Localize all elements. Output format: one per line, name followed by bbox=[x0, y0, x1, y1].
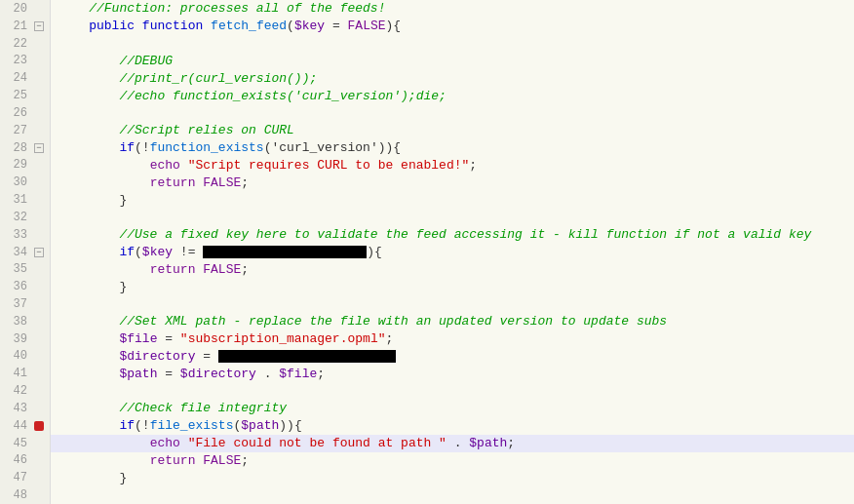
code-line: if($key != ){ bbox=[51, 244, 854, 261]
code-line bbox=[51, 35, 854, 53]
token-plain: )){ bbox=[279, 418, 301, 433]
gutter-row: 22 bbox=[0, 35, 50, 53]
gutter-row: 26 bbox=[0, 104, 50, 122]
token-plain: ; bbox=[241, 262, 249, 277]
token-cm: //echo function_exists('curl_version');d… bbox=[58, 89, 446, 103]
token-plain: ( bbox=[287, 19, 294, 33]
code-line bbox=[51, 104, 854, 122]
token-plain: = bbox=[325, 19, 347, 33]
code-line: echo "Script requires CURL to be enabled… bbox=[51, 156, 854, 174]
token-kw2: return bbox=[150, 175, 196, 190]
line-number: 39 bbox=[0, 332, 31, 346]
line-number: 42 bbox=[0, 384, 31, 398]
token-plain bbox=[58, 262, 150, 277]
token-var: $file bbox=[119, 331, 157, 346]
token-plain bbox=[58, 19, 89, 33]
token-cm: //Set XML path - replace the file with a… bbox=[58, 314, 667, 329]
code-line: echo "File could not be found at path " … bbox=[51, 435, 854, 452]
gutter-row: 23 bbox=[0, 52, 50, 69]
code-line: if(!function_exists('curl_version')){ bbox=[51, 139, 854, 157]
token-var: $key bbox=[294, 19, 325, 33]
line-number: 24 bbox=[0, 71, 31, 85]
token-plain: . bbox=[256, 367, 279, 381]
gutter-row: 28 bbox=[0, 139, 50, 157]
fold-box-minus[interactable] bbox=[34, 248, 44, 257]
token-plain bbox=[203, 19, 211, 33]
fold-gutter[interactable] bbox=[31, 143, 47, 153]
fold-gutter[interactable] bbox=[31, 248, 47, 257]
token-kw: if bbox=[119, 140, 135, 155]
fold-box-minus[interactable] bbox=[34, 143, 44, 153]
gutter-row: 47 bbox=[0, 469, 50, 486]
token-plain: = bbox=[157, 331, 179, 346]
token-kw2: FALSE bbox=[203, 453, 241, 468]
token-cm: //DEBUG bbox=[58, 54, 173, 68]
gutter-row: 43 bbox=[0, 400, 50, 417]
code-line: return FALSE; bbox=[51, 260, 854, 278]
code-line: //Script relies on CURL bbox=[51, 122, 854, 139]
line-number: 44 bbox=[0, 419, 31, 433]
token-plain: != bbox=[173, 245, 203, 259]
line-number: 40 bbox=[0, 349, 31, 363]
token-str: "File could not be found at path " bbox=[188, 436, 446, 450]
token-plain: ; bbox=[241, 453, 249, 468]
line-number: 46 bbox=[0, 453, 31, 467]
gutter-row: 41 bbox=[0, 365, 50, 382]
token-var: $directory bbox=[119, 349, 195, 364]
fold-gutter[interactable] bbox=[31, 421, 47, 431]
code-line: if(!file_exists($path)){ bbox=[51, 417, 854, 435]
token-kw2: FALSE bbox=[348, 19, 386, 33]
token-plain: ){ bbox=[367, 245, 382, 259]
token-cm: //Script relies on CURL bbox=[58, 123, 294, 137]
token-cm: //Function: processes all of the feeds! bbox=[58, 1, 385, 16]
token-fn: file_exists bbox=[150, 418, 234, 433]
token-plain bbox=[58, 175, 150, 190]
line-number: 31 bbox=[0, 193, 31, 207]
token-plain: } bbox=[58, 193, 127, 208]
gutter-row: 29 bbox=[0, 156, 50, 174]
token-kw2: FALSE bbox=[203, 175, 241, 190]
token-fn: function_exists bbox=[150, 140, 264, 155]
code-line: public function fetch_feed($key = FALSE)… bbox=[51, 18, 854, 35]
code-line bbox=[51, 486, 854, 504]
token-kw2: echo bbox=[150, 158, 180, 173]
token-plain: } bbox=[58, 471, 127, 485]
line-number: 35 bbox=[0, 262, 31, 276]
gutter-row: 21 bbox=[0, 18, 50, 35]
gutter-row: 40 bbox=[0, 348, 50, 366]
gutter-row: 30 bbox=[0, 174, 50, 191]
code-line: //Check file integrity bbox=[51, 400, 854, 417]
line-number: 27 bbox=[0, 124, 31, 137]
token-cm: //Use a fixed key here to validate the f… bbox=[58, 227, 811, 242]
code-line: } bbox=[51, 278, 854, 295]
line-number: 25 bbox=[0, 89, 31, 102]
token-plain: ; bbox=[317, 367, 325, 381]
gutter-row: 37 bbox=[0, 295, 50, 313]
token-plain: (! bbox=[135, 140, 150, 155]
line-gutter: 2021222324252627282930313233343536373839… bbox=[0, 0, 51, 504]
fold-gutter[interactable] bbox=[31, 21, 47, 31]
gutter-row: 38 bbox=[0, 313, 50, 330]
token-kw2: echo bbox=[150, 436, 180, 450]
token-plain: = bbox=[195, 349, 217, 364]
token-cm: //print_r(curl_version()); bbox=[58, 71, 317, 86]
token-plain bbox=[180, 158, 188, 173]
token-kw2: FALSE bbox=[203, 262, 241, 277]
line-number: 26 bbox=[0, 106, 31, 120]
token-plain: } bbox=[58, 280, 127, 294]
line-number: 36 bbox=[0, 280, 31, 293]
token-cm: //Check file integrity bbox=[58, 401, 287, 415]
token-plain bbox=[58, 418, 119, 433]
token-plain: ){ bbox=[386, 19, 402, 33]
token-plain: ; bbox=[385, 331, 393, 346]
token-str: "subscription_manager.opml" bbox=[180, 331, 386, 346]
token-kw2: return bbox=[150, 453, 196, 468]
line-number: 32 bbox=[0, 211, 31, 224]
line-number: 30 bbox=[0, 175, 31, 189]
breakpoint-marker[interactable] bbox=[34, 421, 44, 431]
line-number: 33 bbox=[0, 228, 31, 242]
gutter-row: 32 bbox=[0, 209, 50, 226]
token-plain bbox=[58, 367, 119, 381]
token-var: $path bbox=[469, 436, 507, 450]
fold-box-minus[interactable] bbox=[34, 21, 44, 31]
